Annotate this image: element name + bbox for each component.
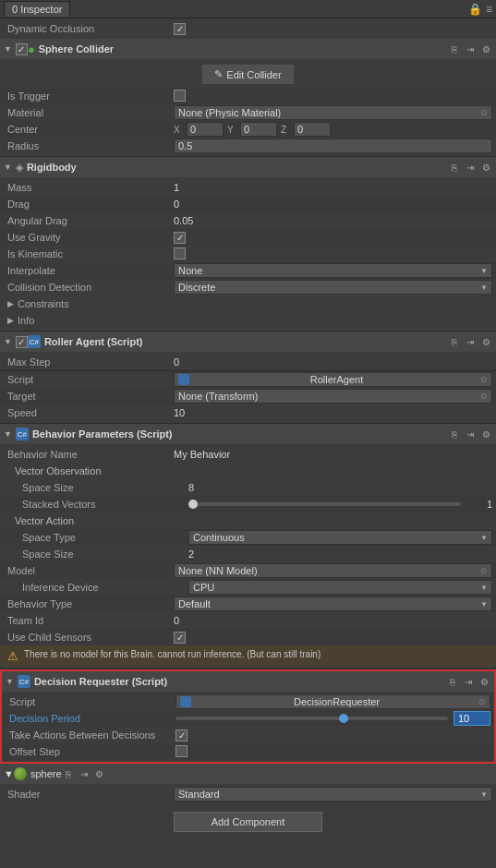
space-type-dropdown[interactable]: Continuous	[188, 530, 492, 545]
rb-icon-1[interactable]: ⎘	[448, 161, 461, 174]
speed-label: Speed	[7, 407, 174, 418]
angular-drag-label: Angular Drag	[7, 215, 174, 226]
ra-icon-3[interactable]: ⚙	[479, 335, 492, 348]
sphere-collider-title: Sphere Collider	[39, 43, 114, 54]
ra-icon-1[interactable]: ⎘	[448, 335, 461, 348]
inference-device-dropdown[interactable]: CPU	[188, 580, 492, 595]
sm-icon-2[interactable]: ⇥	[78, 767, 91, 780]
bp-icon: C#	[16, 428, 29, 440]
dr-icon-2[interactable]: ⇥	[462, 675, 475, 688]
info-row[interactable]: ▶ Info	[0, 312, 496, 329]
behavior-type-dropdown[interactable]: Default	[174, 597, 492, 611]
sphere-collider-right-icons: ⎘ ⇥ ⚙	[448, 42, 492, 55]
sphere-material-header[interactable]: ▼ sphere ⎘ ⇥ ⚙	[0, 764, 496, 784]
roller-agent-section: ▼ C# Roller Agent (Script) ⎘ ⇥ ⚙ Max Ste…	[0, 332, 496, 424]
dr-script-text: DecisionRequester	[294, 696, 380, 707]
dr-script-label: Script	[9, 696, 175, 707]
offset-step-checkbox[interactable]	[175, 745, 188, 757]
bp-icon-2[interactable]: ⇥	[464, 428, 477, 440]
sphere-collider-content: ✎ Edit Collider Is Trigger Material None…	[0, 59, 496, 156]
target-value[interactable]: None (Transform) ⊙	[174, 389, 492, 404]
dynamic-occlusion-value	[174, 23, 492, 35]
sm-icon-1[interactable]: ⎘	[62, 767, 75, 780]
behavior-parameters-section: ▼ C# Behavior Parameters (Script) ⎘ ⇥ ⚙ …	[0, 424, 496, 669]
stacked-vectors-label: Stacked Vectors	[22, 499, 188, 510]
rigidbody-arrow: ▼	[4, 163, 12, 172]
take-actions-checkbox[interactable]	[175, 729, 188, 741]
dr-script-value[interactable]: DecisionRequester ⊙	[175, 694, 490, 709]
center-x-input[interactable]	[187, 122, 224, 137]
context-icon-1[interactable]: ⎘	[448, 42, 461, 55]
radius-input[interactable]	[174, 139, 492, 153]
shader-dropdown[interactable]: Standard	[174, 787, 492, 802]
material-value[interactable]: None (Physic Material) ⊙	[174, 105, 492, 120]
collision-detection-dropdown[interactable]: Discrete	[174, 280, 492, 295]
stacked-vectors-row: Stacked Vectors 1	[0, 496, 496, 512]
team-id-value: 0	[174, 615, 492, 626]
decision-period-input[interactable]	[454, 711, 490, 726]
material-text: None (Physic Material)	[178, 107, 281, 118]
sphere-collider-enable-checkbox[interactable]	[16, 43, 28, 55]
is-kinematic-value	[174, 247, 492, 261]
behavior-parameters-header[interactable]: ▼ C# Behavior Parameters (Script) ⎘ ⇥ ⚙	[0, 424, 496, 444]
rb-icon-2[interactable]: ⇥	[464, 161, 477, 174]
edit-collider-row: ✎ Edit Collider	[0, 61, 496, 88]
bp-icon-1[interactable]: ⎘	[448, 428, 461, 440]
stacked-vectors-value: 1	[465, 499, 492, 510]
use-gravity-checkbox[interactable]	[174, 232, 186, 244]
shader-row: Shader Standard	[0, 786, 496, 802]
header-icons: 🔒 ≡	[468, 3, 492, 16]
warning-row: ⚠ There is no model for this Brain. cann…	[0, 645, 496, 667]
z-label: Z	[281, 125, 290, 135]
center-y-input[interactable]	[240, 122, 277, 137]
max-step-value: 0	[174, 356, 492, 368]
edit-collider-button[interactable]: ✎ Edit Collider	[202, 65, 293, 84]
context-icon-3[interactable]: ⚙	[479, 42, 492, 55]
roller-agent-arrow: ▼	[4, 337, 12, 346]
dr-content: Script DecisionRequester ⊙ Decision Peri…	[2, 692, 494, 762]
ra-icon-2[interactable]: ⇥	[464, 335, 477, 348]
sphere-collider-section: ▼ ● Sphere Collider ⎘ ⇥ ⚙ ✎ Edit Collide…	[0, 39, 496, 157]
use-child-sensors-checkbox[interactable]	[174, 632, 186, 644]
roller-agent-enable-checkbox[interactable]	[16, 336, 28, 348]
inference-device-row: Inference Device CPU	[0, 579, 496, 596]
context-icon-2[interactable]: ⇥	[464, 42, 477, 55]
action-space-size-row: Space Size 2	[0, 546, 496, 562]
script-value[interactable]: RollerAgent ⊙	[174, 372, 492, 387]
is-trigger-checkbox[interactable]	[174, 90, 186, 102]
vector-action-label: Vector Action	[0, 512, 496, 529]
dr-icon-1[interactable]: ⎘	[446, 675, 459, 688]
drag-row: Drag 0	[0, 196, 496, 212]
stacked-vectors-track[interactable]	[188, 502, 461, 506]
model-value[interactable]: None (NN Model) ⊙	[174, 563, 492, 578]
sphere-collider-header[interactable]: ▼ ● Sphere Collider ⎘ ⇥ ⚙	[0, 39, 496, 59]
interpolate-dropdown[interactable]: None	[174, 263, 492, 278]
rigidbody-icon: ◈	[16, 162, 23, 174]
bp-right-icons: ⎘ ⇥ ⚙	[448, 428, 492, 440]
center-xyz: X Y Z	[174, 122, 492, 137]
constraints-row[interactable]: ▶ Constraints	[0, 295, 496, 312]
vo-space-size-row: Space Size 8	[0, 479, 496, 496]
constraints-label: Constraints	[18, 298, 69, 309]
lock-icon[interactable]: 🔒	[468, 3, 482, 16]
sm-icon-3[interactable]: ⚙	[93, 767, 106, 780]
bp-icon-3[interactable]: ⚙	[479, 428, 492, 440]
decision-period-track[interactable]	[175, 717, 448, 720]
sphere-material-section: ▼ sphere ⎘ ⇥ ⚙ Shader Standard	[0, 764, 496, 804]
inspector-tab[interactable]: 0 Inspector	[4, 1, 70, 17]
menu-icon[interactable]: ≡	[486, 3, 492, 16]
rigidbody-header[interactable]: ▼ ◈ Rigidbody ⎘ ⇥ ⚙	[0, 157, 496, 177]
dr-header[interactable]: ▼ C# Decision Requester (Script) ⎘ ⇥ ⚙	[2, 671, 494, 692]
collision-detection-label: Collision Detection	[7, 282, 174, 293]
is-kinematic-checkbox[interactable]	[174, 247, 186, 259]
dynamic-occlusion-checkbox[interactable]	[174, 23, 186, 35]
dr-icon-3[interactable]: ⚙	[478, 675, 490, 688]
mass-value: 1	[174, 182, 492, 193]
behavior-name-label: Behavior Name	[7, 449, 174, 460]
rb-icon-3[interactable]: ⚙	[479, 161, 492, 174]
center-z-input[interactable]	[294, 122, 331, 137]
rigidbody-right-icons: ⎘ ⇥ ⚙	[448, 161, 492, 174]
add-component-button[interactable]: Add Component	[174, 812, 323, 832]
roller-agent-header[interactable]: ▼ C# Roller Agent (Script) ⎘ ⇥ ⚙	[0, 332, 496, 352]
inspector-header: 0 Inspector 🔒 ≡	[0, 0, 496, 18]
